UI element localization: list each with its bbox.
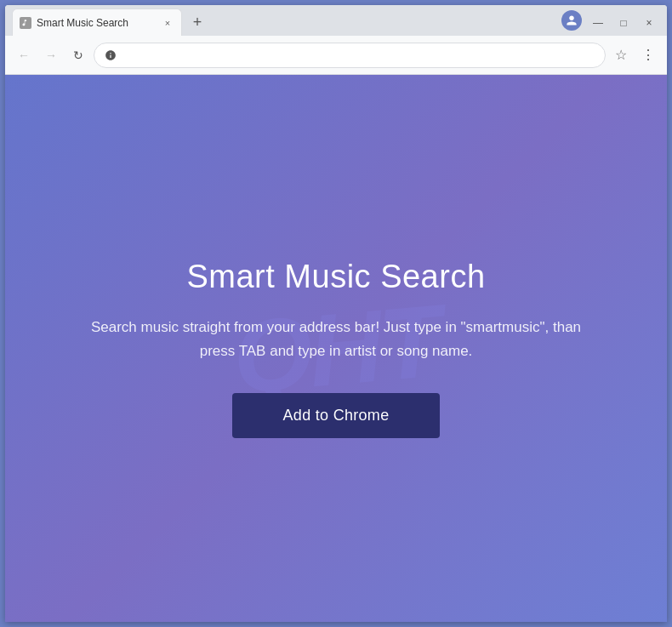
browser-outer: Smart Music Search × + — □ × ← → ↻ xyxy=(0,0,672,627)
forward-button[interactable]: → xyxy=(39,43,63,67)
tab-title: Smart Music Search xyxy=(37,17,156,29)
tab-favicon xyxy=(20,17,31,29)
minimize-button[interactable]: — xyxy=(587,12,609,34)
new-tab-button[interactable]: + xyxy=(185,10,209,34)
address-bar[interactable] xyxy=(94,43,606,68)
bookmark-button[interactable]: ☆ xyxy=(609,43,633,67)
back-button[interactable]: ← xyxy=(12,43,36,67)
title-bar: Smart Music Search × + — □ × xyxy=(5,5,667,36)
add-to-chrome-button[interactable]: Add to Chrome xyxy=(232,393,441,438)
main-content: Smart Music Search Search music straight… xyxy=(47,259,625,437)
window-controls: — □ × xyxy=(587,12,660,34)
maximize-button[interactable]: □ xyxy=(612,12,635,34)
page-title: Smart Music Search xyxy=(81,259,591,295)
nav-bar: ← → ↻ ☆ ⋮ xyxy=(5,36,667,75)
page-description: Search music straight from your address … xyxy=(81,316,591,362)
tabs-row: Smart Music Search × + xyxy=(5,5,209,36)
page-content: QHT Smart Music Search Search music stra… xyxy=(5,75,667,622)
browser-tab[interactable]: Smart Music Search × xyxy=(12,9,182,36)
info-icon xyxy=(105,49,117,61)
profile-button[interactable] xyxy=(561,10,582,31)
close-button[interactable]: × xyxy=(638,12,660,34)
menu-button[interactable]: ⋮ xyxy=(636,43,660,67)
reload-button[interactable]: ↻ xyxy=(66,43,90,67)
browser-window: Smart Music Search × + — □ × ← → ↻ xyxy=(5,5,667,622)
tab-close-button[interactable]: × xyxy=(161,16,174,30)
